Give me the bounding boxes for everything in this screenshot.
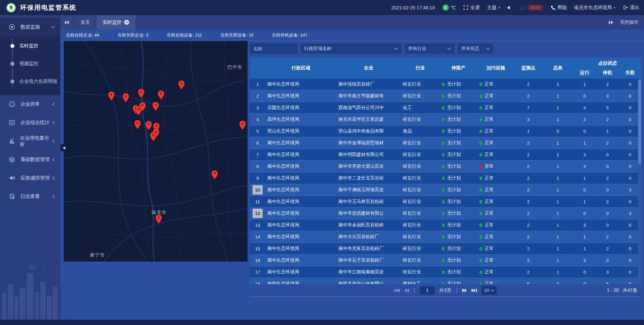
cell-monitor-count: 2 <box>514 184 542 196</box>
table-row[interactable]: 16阆中生态环境局阆中市石子页岩机砖厂砖瓦行业无计划正常21300 <box>250 255 641 266</box>
next-page-button[interactable] <box>462 288 467 292</box>
region-filter-select[interactable]: 行政区域名称 <box>301 44 401 54</box>
chevron-left-icon <box>52 158 55 162</box>
chevron-left-icon <box>52 195 55 199</box>
sidebar-subitem[interactable]: 企业电力负荷明细 <box>0 72 60 90</box>
cell-running-count: 3 <box>573 102 596 113</box>
sound-toggle[interactable] <box>507 5 512 10</box>
map-canvas[interactable]: 巴中市南充市遂宁市 <box>64 41 248 262</box>
page-size-value: 20 <box>484 288 489 293</box>
fullscreen-button[interactable]: 全屏 <box>463 5 480 11</box>
cell-production-status: 无计划 <box>440 125 477 137</box>
name-filter-input[interactable] <box>250 44 298 54</box>
table-row[interactable]: 11阆中生态环境局阆中市五马桥页岩机砖砖瓦行业无计划正常21120 <box>250 196 641 208</box>
cell-company: 南部县新华山河有限公 <box>336 278 401 284</box>
cell-index: 14 <box>250 231 265 242</box>
map-pin[interactable] <box>239 121 246 131</box>
table-row[interactable]: 18南部生态环境局南部县新华山河有限公建材化工无计划正常60050 <box>250 278 641 284</box>
status-dot <box>479 176 482 180</box>
cell-index: 1 <box>250 78 265 90</box>
cell-monitor-count: 2 <box>514 137 542 149</box>
sidebar-subitem[interactable]: 视频监控 <box>0 55 60 72</box>
tab-close-icon[interactable]: × <box>124 20 129 25</box>
table-row[interactable]: 7阆中生态环境局阆中明阳建材有限公司砖瓦行业无计划正常21300 <box>250 149 641 161</box>
theme-menu[interactable]: 主题 ▾ <box>487 5 500 11</box>
map-pin[interactable] <box>153 102 159 112</box>
industry-filter-select[interactable]: 所有行业 <box>405 44 454 54</box>
menu-group: 企业异常 <box>0 95 60 113</box>
cell-company: 阆中市石子页岩机砖厂 <box>336 255 401 266</box>
first-page-button[interactable] <box>394 288 400 292</box>
cell-facility-status: 正常 <box>477 255 514 266</box>
map-pin[interactable] <box>150 132 157 143</box>
status-dot <box>442 188 445 192</box>
status-dot <box>442 141 445 145</box>
sidebar-item-label: 企业综合统计 <box>20 119 50 126</box>
sidebar-subitem[interactable]: 实时监控 <box>0 37 60 55</box>
table-row[interactable]: 13阆中生态环境局阆中市金福旺页岩机砖砖瓦行业无计划正常21300 <box>250 219 641 231</box>
table-scrollbar[interactable] <box>638 78 641 284</box>
map-pin[interactable] <box>140 102 146 113</box>
user-org-menu[interactable]: 南充市生态环境局 ▾ <box>574 5 615 11</box>
map-pin[interactable] <box>156 215 162 225</box>
map-pin[interactable] <box>138 89 145 99</box>
sidebar-item[interactable]: 日志查看 <box>0 187 60 206</box>
table-row[interactable]: 15阆中生态环境局阆中市光富页岩机砖厂砖瓦行业无计划正常21120 <box>250 243 641 255</box>
tab-首页[interactable]: 首页 <box>74 15 96 30</box>
map-pin[interactable] <box>158 91 164 101</box>
tabs-scroll-left-button[interactable] <box>60 15 72 30</box>
scrollbar-thumb[interactable] <box>638 80 641 164</box>
speaker-icon <box>507 5 512 10</box>
table-row[interactable]: 8阆中生态环境局阆中市枣碧大梁山页岩砖瓦行业无计划异常21300 <box>250 161 641 172</box>
sidebar-item[interactable]: 企业用电量分析 <box>0 132 60 150</box>
cell-industry: 砖瓦行业 <box>401 149 440 160</box>
last-page-button[interactable] <box>472 288 477 292</box>
sidebar-item[interactable]: 应急减排管理 <box>0 169 60 187</box>
table-row[interactable]: 1阆中生态环境局阆中强锐页岩砖厂砖瓦行业无计划正常21120 <box>250 78 641 90</box>
logout-button[interactable]: 退出 <box>623 5 639 11</box>
panel-collapse-button[interactable]: ◀ <box>60 144 67 151</box>
cell-total-meter: 1 <box>542 114 573 125</box>
tab-实时监控[interactable]: 实时监控× <box>97 15 135 30</box>
table-row[interactable]: 6阆中生态环境局阆中市金博瑞新型墙材砖瓦行业无计划正常21120 <box>250 137 641 149</box>
sidebar-item[interactable]: 数据监测 <box>0 18 60 36</box>
tabs-scroll-right-button[interactable] <box>609 20 613 24</box>
cell-monitor-count: 2 <box>514 266 542 278</box>
sidebar-item[interactable]: 企业异常 <box>0 95 60 113</box>
status-dot <box>442 176 445 180</box>
status-dot <box>442 118 445 121</box>
table-row[interactable]: 3仪陇生态环境局西南油气田分公司川中化工无计划正常71350 <box>250 102 641 114</box>
page-number-input[interactable] <box>420 286 435 294</box>
stat-value: 10 <box>249 33 253 38</box>
map-pin[interactable] <box>123 93 129 104</box>
help-button[interactable]: 帮助 <box>551 5 567 11</box>
table-row[interactable]: 14阆中生态环境局阆中大兴页岩机砖厂砖瓦行业无计划正常21120 <box>250 231 641 243</box>
sidebar-item[interactable]: 基础数据管理 <box>0 150 60 169</box>
chevron-left-icon <box>52 102 55 106</box>
table-row[interactable]: 4高坪生态环境局南充市高坪区王家店建砖瓦行业无计划正常31220 <box>250 114 641 125</box>
close-operations-button[interactable]: 关闭操作 <box>620 19 639 25</box>
cell-region: 阆中生态环境局 <box>265 184 336 196</box>
map-pin[interactable] <box>108 92 115 102</box>
map-pin[interactable] <box>135 120 141 130</box>
notifications[interactable]: 2632 <box>520 5 543 11</box>
table-row[interactable]: 17阆中生态环境局阆中市江南镇阆南页岩砖瓦行业无计划正常21030 <box>250 266 641 278</box>
map-pin[interactable] <box>212 170 218 181</box>
status-filter-select[interactable]: 所有状态 <box>458 44 493 54</box>
map-pin[interactable] <box>178 80 185 91</box>
map-pin[interactable] <box>146 121 152 131</box>
status-dot <box>442 200 445 204</box>
table-row[interactable]: 12阆中生态环境局阆中市忠信建材有限公砖瓦行业无计划正常21003 <box>250 208 641 219</box>
table-row[interactable]: 5营山生态环境局营山县润丰肉食品有限食品无计划正常10010 <box>250 125 641 137</box>
status-text: 无计划 <box>447 257 461 263</box>
page-size-select[interactable]: 20 <box>482 286 497 295</box>
table-row[interactable]: 9阆中生态环境局阆中市二龙长宝页岩砖砖瓦行业无计划正常21120 <box>250 172 641 184</box>
sidebar-item-label: 应急减排管理 <box>20 175 50 181</box>
cell-industry: 砖瓦行业 <box>401 172 440 184</box>
table-header: 行政区域 企业 行业 停限产 治污设施 监测点 总表 点位状态 运行 停机 失联 <box>250 58 641 78</box>
table-row[interactable]: 10阆中生态环境局阆中千佛镇五郎垭页岩砖瓦行业无计划正常21003 <box>250 184 641 196</box>
sidebar-item[interactable]: 企业综合统计 <box>0 113 60 132</box>
previous-page-button[interactable] <box>405 288 409 292</box>
table-row[interactable]: 2阆中生态环境局阆中市南方节能建材有砖瓦行业无计划正常21030 <box>250 90 641 102</box>
col-header-monitor: 监测点 <box>514 58 542 78</box>
